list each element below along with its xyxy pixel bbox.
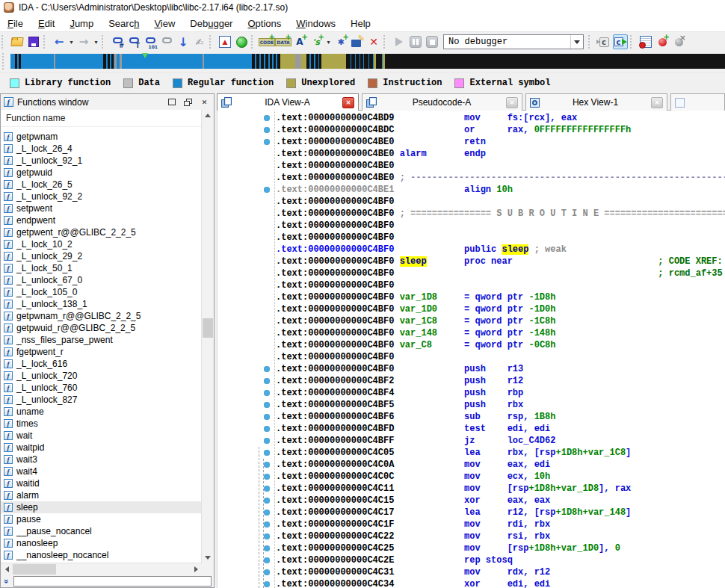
disasm-line[interactable]: .text:00000000000C4BF0 ; rcmd_af+35 xyxy=(276,267,725,279)
disasm-line[interactable]: .text:00000000000C4BF0 var_1D8 = qword p… xyxy=(276,291,725,303)
menu-options[interactable]: Options xyxy=(240,16,289,31)
disasm-line[interactable]: .text:00000000000C4BE0 ; ---------------… xyxy=(276,172,725,184)
function-row[interactable]: fwait3 xyxy=(1,454,202,465)
disasm-line[interactable]: .text:00000000000C4C05 lea rbx, [rsp+1D8… xyxy=(276,447,725,459)
function-row[interactable]: fgetpwnam_r@@GLIBC_2_2_5 xyxy=(1,310,202,322)
create-signature-icon[interactable] xyxy=(192,34,207,49)
function-row[interactable]: f_nss_files_parse_pwent xyxy=(1,334,202,346)
nav-back-icon[interactable] xyxy=(52,34,67,49)
tab-ida-view-a[interactable]: IDA View-A xyxy=(217,93,359,111)
function-row[interactable]: ffgetpwent_r xyxy=(1,346,202,358)
disasm-line[interactable]: .text:00000000000C4BF0 var_1D0 = qword p… xyxy=(276,303,725,315)
disasm-line[interactable]: .text:00000000000C4BF0 sleep proc near ;… xyxy=(276,256,725,267)
disasm-line[interactable]: .text:00000000000C4BF4 push rbp xyxy=(276,387,725,399)
float-icon[interactable] xyxy=(182,96,194,108)
menu-edit[interactable]: Edit xyxy=(31,16,62,31)
function-row[interactable]: fsetpwent xyxy=(1,202,202,214)
function-row[interactable]: fgetpwent_r@@GLIBC_2_2_5 xyxy=(1,226,202,238)
toolbar-group-handle[interactable] xyxy=(1,35,7,49)
menu-view[interactable]: View xyxy=(146,16,182,31)
disasm-line[interactable]: .text:00000000000C4BE0 alarm endp xyxy=(276,148,725,160)
disasm-line[interactable]: .text:00000000000C4BF0 xyxy=(276,351,725,363)
disasm-line[interactable]: .text:00000000000C4C15 xor eax, eax xyxy=(276,495,725,507)
breakpoint-delete-icon[interactable] xyxy=(671,34,686,49)
close-icon[interactable] xyxy=(651,97,663,108)
problem-list-icon[interactable] xyxy=(218,34,232,49)
undefine-icon[interactable] xyxy=(366,34,381,49)
scroll-up-icon[interactable] xyxy=(202,110,214,121)
disasm-line[interactable]: .text:00000000000C4BF6 sub rsp, 1B8h xyxy=(276,411,725,423)
disasm-line[interactable]: .text:00000000000C4C0A mov eax, edi xyxy=(276,459,725,471)
disasm-line[interactable]: .text:00000000000C4C0C mov ecx, 10h xyxy=(276,471,725,483)
function-row[interactable]: falarm xyxy=(1,489,202,501)
close-icon[interactable] xyxy=(506,97,518,108)
function-row[interactable]: fgetpwuid_r@@GLIBC_2_2_5 xyxy=(1,322,202,334)
disasm-line[interactable]: .text:00000000000C4BE0 retn xyxy=(276,136,725,148)
close-icon[interactable] xyxy=(198,96,211,108)
function-row[interactable]: fpause xyxy=(1,513,202,525)
drag-handle[interactable] xyxy=(2,53,8,69)
function-row[interactable]: fnanosleep xyxy=(1,537,202,549)
toolbar-group-handle[interactable] xyxy=(588,35,593,49)
disasm-line[interactable]: .text:00000000000C4BE0 xyxy=(276,160,725,172)
vertical-scrollbar[interactable] xyxy=(201,110,214,563)
function-row[interactable]: f_L_lock_616 xyxy=(1,358,202,370)
search-sequence-icon[interactable] xyxy=(143,34,158,49)
disasm-line[interactable]: .text:00000000000C4BF2 push r12 xyxy=(276,375,725,387)
function-row[interactable]: fsleep xyxy=(1,501,202,513)
toolbar-group-handle[interactable] xyxy=(209,35,215,49)
attach-process-icon[interactable] xyxy=(596,34,611,49)
function-row[interactable]: f_L_unlock_138_1 xyxy=(1,298,202,310)
function-row[interactable]: fendpwent xyxy=(1,214,202,226)
function-row[interactable]: fwaitid xyxy=(1,477,202,489)
disasm-line[interactable]: .text:00000000000C4BD9 mov fs:[rcx], eax xyxy=(276,112,725,124)
open-file-icon[interactable] xyxy=(10,34,25,49)
make-data-icon[interactable] xyxy=(276,34,291,49)
dropdown-icon[interactable] xyxy=(93,34,99,49)
disasm-line[interactable]: .text:00000000000C4C34 xor edi, edi xyxy=(276,578,725,588)
continue-process-icon[interactable] xyxy=(613,34,628,49)
function-row[interactable]: ftimes xyxy=(1,418,202,430)
function-row[interactable]: fgetpwuid xyxy=(1,167,202,179)
filter-input[interactable] xyxy=(13,576,212,587)
toolbar-group-handle[interactable] xyxy=(383,35,389,49)
menu-jump[interactable]: Jump xyxy=(62,16,101,31)
jump-address-icon[interactable] xyxy=(176,34,191,49)
debug-stop-icon[interactable] xyxy=(425,34,439,49)
scrollbar-thumb[interactable] xyxy=(13,564,56,575)
toolbar-group-handle[interactable] xyxy=(630,35,635,49)
function-row[interactable]: f_L_lock_26_4 xyxy=(1,143,202,155)
disasm-line[interactable]: .text:00000000000C4BF0 ; ===============… xyxy=(276,208,725,220)
function-row[interactable]: f_L_lock_50_1 xyxy=(1,262,202,274)
function-row[interactable]: f_L_unlock_92_1 xyxy=(1,155,202,167)
disasm-line[interactable]: .text:00000000000C4BF0 var_148 = qword p… xyxy=(276,327,725,339)
function-row[interactable]: fgetpwnam xyxy=(1,131,202,143)
disasm-line[interactable]: .text:00000000000C4C11 mov [rsp+1D8h+var… xyxy=(276,483,725,495)
tab-pseudocode-a[interactable]: Pseudocode-A xyxy=(362,93,522,111)
toolbar-group-handle[interactable] xyxy=(251,35,256,49)
run-analysis-icon[interactable] xyxy=(234,34,249,49)
chevron-down-icon[interactable] xyxy=(570,35,583,49)
toolbar-group-handle[interactable] xyxy=(43,35,49,49)
disasm-line[interactable]: .text:00000000000C4BF0 xyxy=(276,220,725,232)
disasm-line[interactable]: .text:00000000000C4BF0 xyxy=(276,279,725,291)
dropdown-icon[interactable] xyxy=(68,34,75,49)
function-row[interactable]: fwait4 xyxy=(1,465,202,477)
disasm-line[interactable]: .text:00000000000C4BFF jz loc_C4D62 xyxy=(276,435,725,447)
tab-extra[interactable] xyxy=(670,93,725,111)
disasm-line[interactable]: .text:00000000000C4BF0 push r13 xyxy=(276,363,725,375)
maximize-icon[interactable] xyxy=(165,96,178,108)
function-row[interactable]: f_L_unlock_760 xyxy=(1,382,202,394)
function-row[interactable]: fwait xyxy=(1,430,202,442)
save-file-icon[interactable] xyxy=(26,34,41,49)
menu-help[interactable]: Help xyxy=(343,16,378,31)
debug-play-icon[interactable] xyxy=(392,34,407,49)
disasm-line[interactable]: .text:00000000000C4C22 mov rsi, rbx xyxy=(276,530,725,542)
make-code-icon[interactable] xyxy=(259,34,274,49)
menu-file[interactable]: File xyxy=(0,16,31,31)
edit-function-icon[interactable] xyxy=(350,34,365,49)
function-row[interactable]: f_L_unlock_67_0 xyxy=(1,274,202,286)
disasm-line[interactable]: .text:00000000000C4BF0 var_1C8 = qword p… xyxy=(276,315,725,327)
function-row[interactable]: f__pause_nocancel xyxy=(1,525,202,537)
debug-pause-icon[interactable] xyxy=(408,34,423,49)
